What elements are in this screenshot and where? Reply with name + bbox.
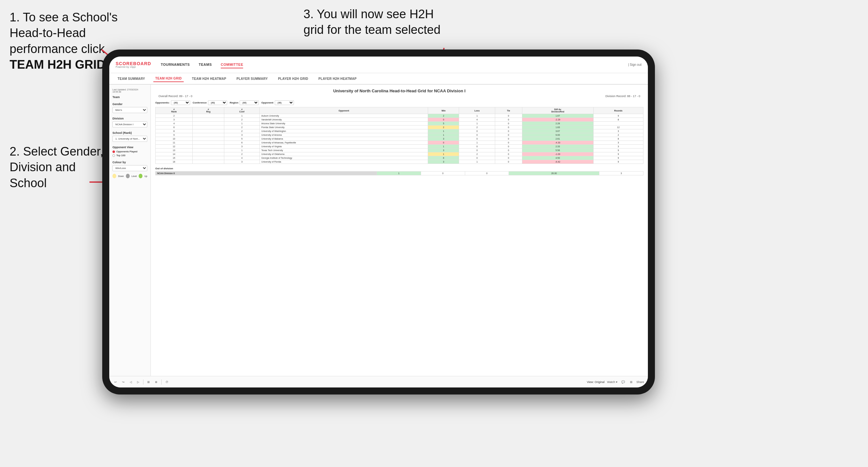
cell-tie: 0 <box>495 137 522 141</box>
undo-button[interactable]: ↩ <box>113 380 118 384</box>
th-loss: Loss <box>459 107 495 114</box>
cell-rank: 11 <box>156 141 193 145</box>
sidebar: Last Updated: 27/03/2024 16:55:38 Team G… <box>109 85 151 376</box>
cell-opponent: Georgia Institute of Technology <box>260 156 428 160</box>
conference-select[interactable]: (All) <box>208 100 227 105</box>
sub-nav-player-h2h-grid[interactable]: PLAYER H2H GRID <box>276 76 310 82</box>
opponents-filter: Opponents: (All) <box>155 100 190 105</box>
opponent-select[interactable]: (All) <box>275 100 294 105</box>
cell-reg <box>193 118 224 122</box>
table-row: 8 2 University of Washington 1 0 0 3.67 … <box>156 129 643 133</box>
cell-loss: 2 <box>459 126 495 129</box>
cell-diff: -1.00 <box>522 152 593 156</box>
th-rank: #Rank <box>156 107 193 114</box>
table-row: 9 3 University of Arizona 1 0 0 9.00 2 <box>156 133 643 137</box>
cell-conf: 5 <box>224 137 260 141</box>
cell-rank: 14 <box>156 152 193 156</box>
zoom-button[interactable]: ⊕ <box>154 380 159 384</box>
cell-win: 0 <box>428 118 459 122</box>
radio-dot-2 <box>113 154 115 157</box>
table-row: 10 5 University of Alabama 3 0 0 2.61 8 <box>156 137 643 141</box>
cell-tie: 0 <box>495 122 522 126</box>
colour-by-section: Colour by Win/Loss Down Level Up <box>113 161 147 178</box>
cell-loss: 0 <box>459 133 495 137</box>
record-row: Overall Record: 89 - 17 - 0 Division Rec… <box>155 95 643 98</box>
sign-out-button[interactable]: | Sign out <box>628 63 642 66</box>
table-row: 11 6 University of Arkansas, Fayettevill… <box>156 141 643 145</box>
opponents-select[interactable]: (All) <box>171 100 190 105</box>
division-label: Division <box>113 117 147 120</box>
clock-button[interactable]: ⏱ <box>164 380 169 384</box>
nav-tournaments[interactable]: TOURNAMENTS <box>161 61 190 68</box>
cell-diff: 1.67 <box>522 114 593 118</box>
cell-diff: 2.61 <box>522 137 593 141</box>
watch-button[interactable]: Watch ▾ <box>607 380 618 384</box>
colour-by-label: Colour by <box>113 161 147 164</box>
back-button[interactable]: ◁ <box>128 380 133 384</box>
cell-win: 1 <box>428 133 459 137</box>
cell-opponent: University of Arkansas, Fayetteville <box>260 141 428 145</box>
school-select[interactable]: 1. University of Nort... <box>113 136 147 142</box>
cell-win: 3 <box>428 137 459 141</box>
th-tie: Tie <box>495 107 522 114</box>
radio-top100[interactable]: Top 100 <box>113 154 147 157</box>
forward-button[interactable]: ▷ <box>136 380 141 384</box>
cell-rank: 2 <box>156 114 193 118</box>
cell-loss: 1 <box>459 114 495 118</box>
share-button[interactable]: Share <box>637 380 644 384</box>
od-division: NCAA Division II <box>156 172 377 175</box>
gender-select[interactable]: Men's <box>113 107 147 113</box>
gender-label: Gender <box>113 102 147 106</box>
region-label: Region <box>230 101 238 104</box>
division-select[interactable]: NCAA Division I <box>113 121 147 127</box>
nav-committee[interactable]: COMMITTEE <box>221 61 243 68</box>
cell-rank: 3 <box>156 118 193 122</box>
legend-up-label: Up <box>145 175 147 177</box>
redo-button[interactable]: ↪ <box>121 380 126 384</box>
region-select[interactable]: (All) <box>240 100 259 105</box>
color-legend: Down Level Up <box>113 174 147 178</box>
colour-by-select[interactable]: Win/Loss <box>113 165 147 171</box>
h2h-table: #Rank #Reg #Conf Opponent Win Loss Tie D… <box>155 107 643 164</box>
out-division-row: NCAA Division II 1 0 0 26.00 3 <box>156 172 643 175</box>
cell-rounds: 8 <box>593 137 643 141</box>
th-win: Win <box>428 107 459 114</box>
cell-conf: 2 <box>224 118 260 122</box>
comment-button[interactable]: 💬 <box>620 380 626 384</box>
cell-diff: 4.50 <box>522 156 593 160</box>
od-diff: 26.00 <box>509 172 599 175</box>
od-loss: 0 <box>421 172 465 175</box>
table-row: 2 1 Auburn University 2 1 0 1.67 9 <box>156 114 643 118</box>
radio-opponents-played[interactable]: Opponents Played <box>113 150 147 153</box>
toolbar-divider-1 <box>143 379 144 384</box>
region-filter: Region (All) <box>230 100 259 105</box>
bottom-toolbar: ↩ ↪ ◁ ▷ ⊞ ⊕ ⏱ View: Original Watch ▾ 💬 ⊞… <box>109 376 648 387</box>
cell-tie: 0 <box>495 129 522 133</box>
crop-button[interactable]: ⊞ <box>146 380 151 384</box>
cell-tie: 0 <box>495 149 522 152</box>
sub-nav-team-h2h-heatmap[interactable]: TEAM H2H HEATMAP <box>190 76 228 82</box>
cell-opponent: Auburn University <box>260 114 428 118</box>
cell-diff: 1.83 <box>522 126 593 129</box>
cell-conf: 2 <box>224 126 260 129</box>
cell-tie: 0 <box>495 118 522 122</box>
cell-rounds: 3 <box>593 145 643 149</box>
th-conf: #Conf <box>224 107 260 114</box>
grid-button[interactable]: ⊞ <box>629 380 634 384</box>
cell-rank: 13 <box>156 149 193 152</box>
cell-opponent: University of Alabama <box>260 137 428 141</box>
nav-teams[interactable]: TEAMS <box>199 61 212 68</box>
sub-nav-team-h2h-grid[interactable]: TEAM H2H GRID <box>153 75 184 82</box>
th-rounds: Rounds <box>593 107 643 114</box>
sub-nav-player-h2h-heatmap[interactable]: PLAYER H2H HEATMAP <box>317 76 359 82</box>
cell-tie: 0 <box>495 145 522 149</box>
sub-nav-team-summary[interactable]: TEAM SUMMARY <box>116 76 147 82</box>
opponents-label: Opponents: <box>155 101 169 104</box>
sub-nav-player-summary[interactable]: PLAYER SUMMARY <box>235 76 270 82</box>
legend-level-dot <box>126 174 130 178</box>
cell-rank: 9 <box>156 133 193 137</box>
cell-tie: 0 <box>495 133 522 137</box>
th-opponent: Opponent <box>260 107 428 114</box>
cell-opponent: Texas Tech University <box>260 149 428 152</box>
cell-loss: 0 <box>459 156 495 160</box>
